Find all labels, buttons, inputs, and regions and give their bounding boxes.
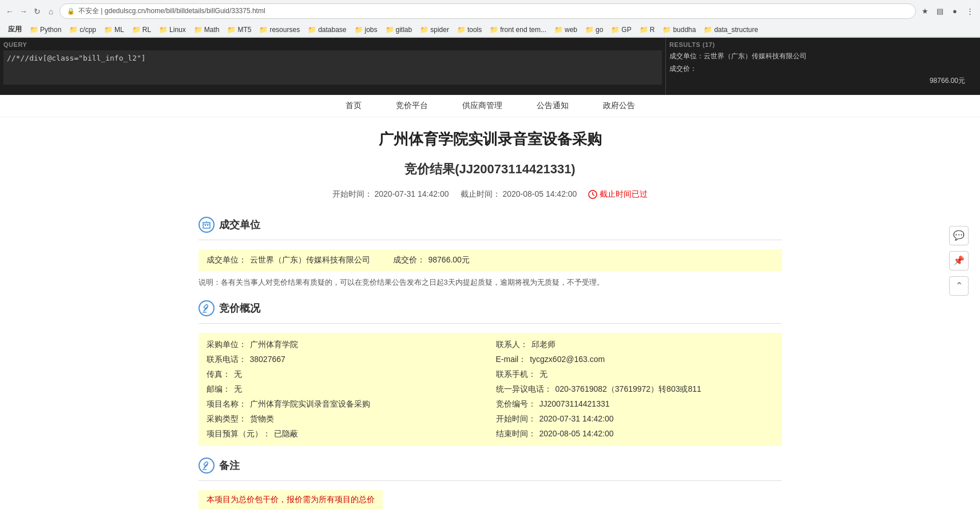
deal-price-field: 成交价： 98766.00元: [393, 255, 470, 265]
folder-icon: 📁: [585, 26, 594, 34]
pin-float-btn[interactable]: 📌: [949, 251, 969, 271]
folder-icon: 📁: [662, 26, 671, 34]
bookmark-label: jobs: [365, 26, 378, 34]
bookmark-jobs[interactable]: 📁 jobs: [351, 25, 381, 35]
folder-icon: 📁: [554, 26, 563, 34]
back-button[interactable]: ←: [5, 6, 15, 17]
bookmark-web[interactable]: 📁 web: [551, 25, 581, 35]
clock-icon: [588, 190, 597, 199]
overview-grid: 采购单位： 广州体育学院 联系人： 邱老师 联系电话： 38027667 E-m…: [199, 333, 782, 446]
bookmark-ml[interactable]: 📁 ML: [101, 25, 128, 35]
budget-label: 项目预算（元）：: [207, 429, 271, 439]
bookmark-linux[interactable]: 📁 Linux: [156, 25, 189, 35]
info-purchase-unit: 采购单位： 广州体育学院: [207, 340, 485, 350]
folder-icon: 📁: [704, 26, 712, 34]
bookmark-label: web: [565, 26, 577, 34]
folder-icon: 📁: [259, 26, 268, 34]
folder-icon: 📁: [640, 26, 648, 34]
purchase-unit-label: 采购单位：: [207, 340, 247, 350]
bookmark-label: go: [596, 26, 603, 34]
info-contact: 联系人： 邱老师: [496, 340, 774, 350]
query-input[interactable]: //*//div[@class="bill_info_l2"]: [3, 50, 662, 85]
deal-company-value: 云世界（广东）传媒科技有限公司: [250, 255, 370, 265]
reload-button[interactable]: ↻: [32, 6, 42, 17]
folder-icon: 📁: [132, 26, 141, 34]
bookmark-go[interactable]: 📁 go: [582, 25, 606, 35]
nav-home[interactable]: 首页: [328, 95, 379, 117]
deal-section-title: 成交单位: [199, 217, 782, 233]
bookmark-label: resourses: [269, 26, 300, 34]
objection-phone-label: 统一异议电话：: [496, 384, 552, 395]
info-objection-phone: 统一异议电话： 020-37619082（37619972）转803或811: [496, 384, 774, 395]
end-time-value: 2020-08-05 14:42:00: [502, 189, 577, 198]
bookmark-label: data_structure: [714, 26, 758, 34]
results-price-value: 98766.00元: [669, 76, 977, 86]
bookmark-star[interactable]: ★: [919, 6, 931, 17]
bookmark-label: GP: [621, 26, 631, 34]
info-postcode: 邮编： 无: [207, 384, 485, 395]
bookmark-cpp[interactable]: 📁 c/cpp: [66, 25, 100, 35]
nav-gov[interactable]: 政府公告: [586, 95, 652, 117]
address-bar[interactable]: 🔒 不安全 | gdedulscg.cn/home/bill/billdetai…: [59, 3, 916, 19]
folder-icon: 📁: [355, 26, 363, 34]
bookmark-mt5[interactable]: 📁 MT5: [224, 25, 255, 35]
profile-btn[interactable]: ●: [949, 6, 961, 17]
bid-number-value: JJ20073114421331: [539, 399, 610, 408]
bookmark-label: RL: [142, 26, 151, 34]
email-label: E-mail：: [496, 355, 527, 365]
info-project-name: 项目名称： 广州体育学院实训录音室设备采购: [207, 399, 485, 409]
comment-float-btn[interactable]: 💬: [949, 226, 969, 245]
main-content: 广州体育学院实训录音室设备采购 竞价结果(JJ20073114421331) 开…: [176, 117, 805, 521]
svg-rect-3: [203, 222, 210, 228]
bookmark-gp[interactable]: 📁 GP: [608, 25, 634, 35]
home-button[interactable]: ⌂: [46, 6, 56, 17]
bookmark-data-structure[interactable]: 📁 data_structure: [700, 25, 761, 35]
overview-title-text: 竞价概况: [219, 301, 260, 315]
bookmark-buddha[interactable]: 📁 buddha: [659, 25, 699, 35]
bookmark-tools[interactable]: 📁 tools: [454, 25, 485, 35]
mobile-label: 联系手机：: [496, 369, 536, 380]
nav-bidding[interactable]: 竞价平台: [379, 95, 445, 117]
results-price-label: 成交价：: [669, 63, 977, 75]
bookmark-r[interactable]: 📁 R: [636, 25, 658, 35]
svg-rect-5: [207, 225, 208, 226]
note-divider: [199, 480, 782, 481]
folder-icon: 📁: [69, 26, 78, 34]
start-time-label: 开始时间： 2020-07-31 14:42:00: [332, 189, 449, 200]
info-budget: 项目预算（元）： 已隐蔽: [207, 429, 485, 439]
page-title: 广州体育学院实训录音室设备采购: [199, 129, 782, 149]
gavel-icon: [199, 300, 215, 316]
purchase-unit-value: 广州体育学院: [250, 340, 298, 350]
nav-supplier[interactable]: 供应商管理: [445, 95, 519, 117]
bookmark-label: spider: [430, 26, 449, 34]
bookmark-label: gitlab: [396, 26, 412, 34]
bookmark-database[interactable]: 📁 database: [304, 25, 350, 35]
browser-chrome: ← → ↻ ⌂ 🔒 不安全 | gdedulscg.cn/home/bill/b…: [0, 0, 980, 38]
bookmark-label: buddha: [673, 26, 696, 34]
postcode-value: 无: [234, 384, 242, 395]
results-label: RESULTS (17): [669, 41, 977, 48]
bookmark-resourses[interactable]: 📁 resourses: [256, 25, 303, 35]
deal-company-label: 成交单位：: [207, 255, 247, 265]
back-to-top-btn[interactable]: ⌃: [949, 276, 969, 296]
forward-button[interactable]: →: [18, 6, 29, 17]
note-text: 本项目为总价包干价，报价需为所有项目的总价: [199, 490, 383, 510]
bookmark-frontend[interactable]: 📁 front end tem...: [486, 25, 550, 35]
bookmark-label: tools: [467, 26, 482, 34]
bookmark-label: R: [650, 26, 655, 34]
bookmarks-bar: 应用 📁 Python 📁 c/cpp 📁 ML 📁 RL 📁 Linux 📁 …: [0, 22, 980, 37]
query-panel: QUERY //*//div[@class="bill_info_l2"] RE…: [0, 38, 980, 95]
bookmark-gitlab[interactable]: 📁 gitlab: [382, 25, 416, 35]
bookmark-math[interactable]: 📁 Math: [191, 25, 223, 35]
bookmark-spider[interactable]: 📁 spider: [416, 25, 453, 35]
menu-btn[interactable]: ⋮: [964, 6, 975, 17]
results-section: RESULTS (17) 成交单位：云世界（广东）传媒科技有限公司 成交价： 9…: [665, 38, 980, 95]
note-title-text: 备注: [219, 459, 240, 472]
overview-section-title: 竞价概况: [199, 300, 782, 316]
bookmark-python[interactable]: 📁 Python: [26, 25, 65, 35]
start-time-label: 开始时间：: [496, 414, 536, 424]
postcode-label: 邮编：: [207, 384, 231, 395]
nav-notice[interactable]: 公告通知: [519, 95, 586, 117]
bookmark-rl[interactable]: 📁 RL: [129, 25, 154, 35]
extensions-btn[interactable]: ▤: [934, 6, 946, 17]
